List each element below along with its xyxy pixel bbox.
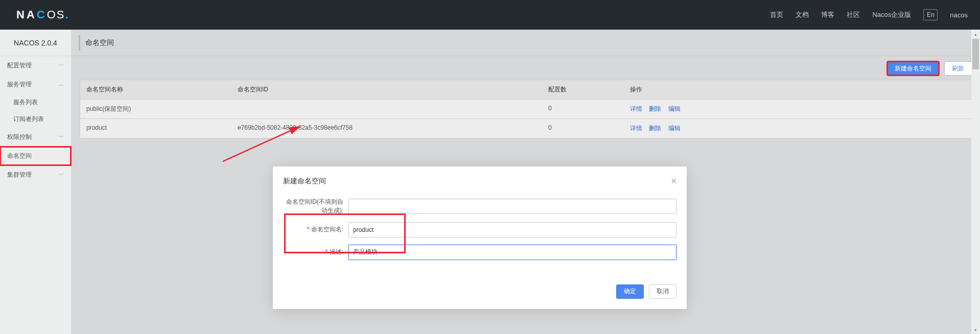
- modal-header: 新建命名空间 ×: [273, 166, 687, 194]
- cell-cfg: 0: [542, 100, 624, 118]
- sidebar-version: NACOS 2.0.4: [0, 30, 71, 56]
- col-op: 操作: [624, 80, 971, 99]
- modal-footer: 确定 取消: [273, 277, 687, 309]
- cell-name: product: [80, 119, 231, 138]
- scroll-down-icon[interactable]: ▾: [971, 325, 980, 334]
- cancel-button[interactable]: 取消: [649, 284, 676, 299]
- sidebar-item-config-mgmt[interactable]: 配置管理 ﹀: [0, 56, 71, 75]
- scroll-up-icon[interactable]: ▴: [971, 30, 980, 38]
- nav-docs[interactable]: 文档: [796, 10, 809, 19]
- label-namespace-id: 命名空间ID(不填则自动生成):: [283, 198, 348, 215]
- close-icon[interactable]: ×: [671, 176, 676, 186]
- op-detail[interactable]: 详情: [630, 125, 642, 132]
- sidebar-label: 服务管理: [7, 80, 32, 89]
- label-namespace-name: 命名空间名:: [283, 225, 348, 234]
- cell-id: e769b2bd-5082-4829-82a5-3c98ee6cf758: [231, 119, 542, 138]
- table-header: 命名空间名称 命名空间ID 配置数 操作: [80, 80, 971, 100]
- modal-title: 新建命名空间: [283, 177, 326, 186]
- sidebar-item-cluster-mgmt[interactable]: 集群管理 ﹀: [0, 165, 71, 184]
- desc-field[interactable]: [348, 245, 676, 260]
- op-edit[interactable]: 编辑: [668, 105, 681, 112]
- scrollbar[interactable]: ▴ ▾: [971, 30, 980, 334]
- top-nav: 首页 文档 博客 社区 Nacos企业版 En nacos: [770, 9, 968, 20]
- refresh-button[interactable]: 刷新: [944, 61, 972, 76]
- toolbar: 新建命名空间 刷新: [72, 56, 980, 80]
- cell-op: 详情 删除 编辑: [624, 100, 971, 118]
- sidebar-label: 权限控制: [7, 133, 32, 141]
- create-namespace-modal: 新建命名空间 × 命名空间ID(不填则自动生成): 命名空间名: 描述: 确定: [273, 166, 687, 309]
- sidebar-label: 集群管理: [7, 171, 32, 179]
- sidebar: NACOS 2.0.4 配置管理 ﹀ 服务管理 ︿ 服务列表 订阅者列表 权限控…: [0, 30, 72, 334]
- chevron-up-icon: ︿: [58, 81, 64, 88]
- cell-op: 详情 删除 编辑: [624, 119, 971, 138]
- cell-id: [231, 100, 542, 118]
- op-delete[interactable]: 删除: [649, 125, 661, 132]
- scroll-thumb[interactable]: [972, 39, 979, 69]
- nav-home[interactable]: 首页: [770, 10, 783, 19]
- create-namespace-button[interactable]: 新建命名空间: [887, 61, 939, 76]
- page-title: 命名空间: [79, 35, 114, 51]
- sidebar-label: 配置管理: [7, 61, 32, 70]
- modal-body: 命名空间ID(不填则自动生成): 命名空间名: 描述:: [273, 194, 687, 277]
- form-row-desc: 描述:: [283, 245, 676, 260]
- sidebar-sub-service-list[interactable]: 服务列表: [0, 94, 71, 111]
- ok-button[interactable]: 确定: [616, 284, 644, 299]
- logo: NACOS.: [16, 8, 71, 21]
- form-row-id: 命名空间ID(不填则自动生成):: [283, 198, 676, 215]
- nav-enterprise[interactable]: Nacos企业版: [872, 10, 911, 19]
- namespace-name-field[interactable]: [348, 222, 676, 237]
- sidebar-item-namespace[interactable]: 命名空间: [0, 147, 71, 165]
- page-title-bar: 命名空间: [72, 30, 980, 56]
- chevron-down-icon: ﹀: [58, 133, 64, 141]
- col-id: 命名空间ID: [231, 80, 542, 99]
- sidebar-sub-subscriber-list[interactable]: 订阅者列表: [0, 111, 71, 128]
- top-header: NACOS. 首页 文档 博客 社区 Nacos企业版 En nacos: [0, 0, 980, 30]
- op-delete[interactable]: 删除: [649, 105, 661, 112]
- nav-blog[interactable]: 博客: [821, 10, 834, 19]
- sidebar-item-service-mgmt[interactable]: 服务管理 ︿: [0, 75, 71, 94]
- nav-user[interactable]: nacos: [950, 11, 968, 19]
- nav-community[interactable]: 社区: [847, 10, 860, 19]
- table-row: public(保留空间) 0 详情 删除 编辑: [80, 100, 971, 119]
- chevron-down-icon: ﹀: [58, 62, 64, 69]
- cell-cfg: 0: [542, 119, 624, 138]
- chevron-down-icon: ﹀: [58, 171, 64, 179]
- namespace-table: 命名空间名称 命名空间ID 配置数 操作 public(保留空间) 0 详情 删…: [80, 80, 972, 138]
- sidebar-label: 命名空间: [7, 152, 32, 160]
- op-edit[interactable]: 编辑: [668, 125, 681, 132]
- cell-name: public(保留空间): [80, 100, 231, 118]
- sidebar-item-access-control[interactable]: 权限控制 ﹀: [0, 128, 71, 147]
- lang-toggle[interactable]: En: [923, 9, 938, 20]
- col-cfg: 配置数: [542, 80, 624, 99]
- table-row: product e769b2bd-5082-4829-82a5-3c98ee6c…: [80, 119, 971, 138]
- namespace-id-field[interactable]: [348, 199, 676, 214]
- content-area: 命名空间 新建命名空间 刷新 命名空间名称 命名空间ID 配置数 操作 publ…: [72, 30, 980, 334]
- op-detail[interactable]: 详情: [630, 105, 642, 112]
- form-row-name: 命名空间名:: [283, 222, 676, 237]
- label-desc: 描述:: [283, 248, 348, 256]
- col-name: 命名空间名称: [80, 80, 231, 99]
